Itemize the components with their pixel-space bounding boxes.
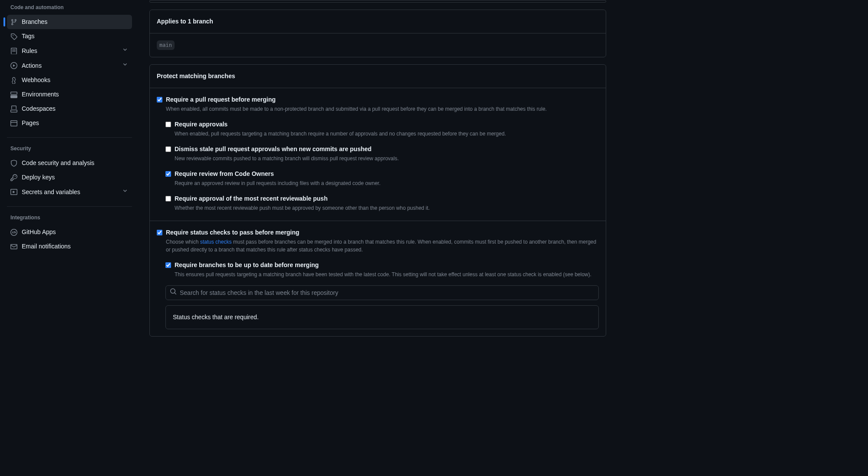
sidebar-item-deploy-keys[interactable]: Deploy keys: [7, 170, 132, 185]
sidebar-item-branches[interactable]: Branches: [7, 15, 132, 29]
rule-desc: Whether the most recent reviewable push …: [175, 204, 599, 212]
sidebar-item-code-security[interactable]: Code security and analysis: [7, 156, 132, 170]
chevron-down-icon: [122, 46, 129, 56]
rule-desc: This ensures pull requests targeting a m…: [175, 271, 599, 278]
branch-tag: main: [157, 40, 175, 50]
chevron-down-icon: [122, 187, 129, 197]
rule-desc: Choose which status checks must pass bef…: [166, 238, 599, 254]
checkbox-status-checks[interactable]: [157, 230, 162, 235]
nav-label: Tags: [22, 32, 129, 41]
rule-desc: When enabled, all commits must be made t…: [166, 105, 599, 113]
sidebar-item-webhooks[interactable]: Webhooks: [7, 73, 132, 87]
divider: [7, 206, 132, 207]
section-header-integrations: Integrations: [7, 210, 132, 225]
sidebar-item-pages[interactable]: Pages: [7, 116, 132, 130]
nav-label: Code security and analysis: [22, 159, 129, 168]
status-checks-required: Status checks that are required.: [165, 305, 599, 329]
rules-icon: [10, 47, 17, 54]
checkbox-require-pr[interactable]: [157, 97, 162, 102]
nav-label: Codespaces: [22, 104, 129, 113]
browser-icon: [10, 120, 17, 127]
rule-desc: When enabled, pull requests targeting a …: [175, 130, 599, 138]
rule-title: Require a pull request before merging: [166, 95, 599, 104]
sidebar-item-codespaces[interactable]: Codespaces: [7, 102, 132, 116]
checkbox-branches-up-to-date[interactable]: [165, 262, 171, 268]
rule-title: Require approvals: [175, 120, 599, 129]
rule-title: Require branches to be up to date before…: [175, 261, 599, 270]
rule-title: Dismiss stale pull request approvals whe…: [175, 145, 599, 154]
main-content: Applies to 1 branch main Protect matchin…: [139, 0, 617, 476]
shield-icon: [10, 160, 17, 167]
webhook-icon: [10, 77, 17, 84]
nav-label: Secrets and variables: [22, 188, 117, 197]
sidebar-item-email-notifications[interactable]: Email notifications: [7, 239, 132, 254]
rule-desc: Require an approved review in pull reque…: [175, 179, 599, 187]
status-check-search-input[interactable]: [165, 285, 599, 300]
panel-sliver: [149, 0, 606, 3]
nav-label: Email notifications: [22, 242, 129, 251]
sidebar-item-github-apps[interactable]: GitHub Apps: [7, 225, 132, 239]
applies-to-title: Applies to 1 branch: [150, 10, 606, 33]
section-header-security: Security: [7, 141, 132, 156]
checkbox-dismiss-stale[interactable]: [165, 146, 171, 152]
section-header-code-automation: Code and automation: [7, 0, 132, 15]
asterisk-icon: [10, 188, 17, 195]
status-checks-link[interactable]: status checks: [200, 239, 232, 245]
nav-label: Rules: [22, 46, 117, 56]
hubot-icon: [10, 229, 17, 236]
tag-icon: [10, 33, 17, 40]
nav-label: Branches: [22, 17, 129, 26]
protect-heading: Protect matching branches: [150, 65, 606, 88]
nav-label: GitHub Apps: [22, 228, 129, 237]
chevron-down-icon: [122, 61, 129, 70]
sidebar-item-rules[interactable]: Rules: [7, 43, 132, 58]
key-icon: [10, 174, 17, 181]
nav-label: Environments: [22, 90, 129, 99]
desc-prefix: Choose which: [166, 239, 200, 245]
protect-panel: Protect matching branches Require a pull…: [149, 64, 606, 337]
sidebar-item-tags[interactable]: Tags: [7, 29, 132, 43]
nav-label: Webhooks: [22, 76, 129, 85]
server-icon: [10, 91, 17, 98]
rule-title: Require review from Code Owners: [175, 169, 599, 178]
sidebar-item-environments[interactable]: Environments: [7, 87, 132, 102]
checkbox-most-recent-push[interactable]: [165, 196, 171, 202]
checkbox-code-owners[interactable]: [165, 171, 171, 177]
search-icon: [170, 288, 177, 298]
sidebar-item-actions[interactable]: Actions: [7, 58, 132, 73]
divider: [7, 137, 132, 138]
sidebar: Code and automation Branches Tags Rules: [0, 0, 139, 476]
rule-title: Require status checks to pass before mer…: [166, 228, 599, 237]
branch-icon: [10, 19, 17, 26]
applies-to-panel: Applies to 1 branch main: [149, 10, 606, 57]
mail-icon: [10, 243, 17, 250]
rule-title: Require approval of the most recent revi…: [175, 194, 599, 203]
nav-label: Actions: [22, 61, 117, 70]
sidebar-item-secrets[interactable]: Secrets and variables: [7, 185, 132, 199]
nav-label: Pages: [22, 119, 129, 128]
checkbox-require-approvals[interactable]: [165, 122, 171, 127]
play-icon: [10, 62, 17, 69]
nav-label: Deploy keys: [22, 173, 129, 182]
codespaces-icon: [10, 106, 17, 112]
rule-desc: New reviewable commits pushed to a match…: [175, 155, 599, 162]
